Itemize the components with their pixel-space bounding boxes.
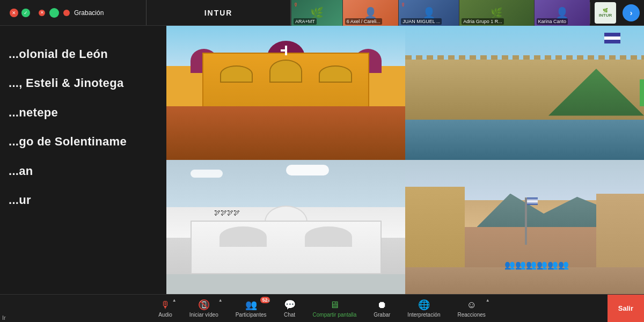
participants-label: Participantes xyxy=(236,312,267,318)
toolbar-chat[interactable]: 💬 Chat xyxy=(275,295,304,323)
interpretation-icon: 🌐 xyxy=(418,299,430,311)
flag-banner xyxy=(527,197,538,205)
mic-muted-ara: 🎙 xyxy=(294,2,298,8)
participant-name-ara: ARA+MT xyxy=(294,18,317,25)
white-facade xyxy=(191,221,382,274)
video-cell-granada xyxy=(166,26,405,160)
close-control[interactable]: ✕ xyxy=(10,9,18,17)
intur-label: INTUR xyxy=(204,9,233,17)
bottom-toolbar: 🎙 Audio ▲ 📵 Iniciar vídeo ▲ 👥 Participan… xyxy=(0,294,644,322)
event-logo-1: 🌿INTUR xyxy=(595,2,616,24)
intur-logo-area: INTUR xyxy=(146,0,291,25)
toolbar-participants[interactable]: 👥 Participantes 52 ▲ xyxy=(227,295,275,323)
photo-street: 👥👥👥👥👥👥 xyxy=(405,160,644,294)
chat-label: Chat xyxy=(284,312,295,318)
menu-item-4: ...go de Solentiname xyxy=(9,135,158,149)
left-panel: ...olonial de León ..., Esteli & Jinoteg… xyxy=(0,26,166,294)
video-cell-fortress xyxy=(405,26,644,160)
toolbar-video[interactable]: 📵 Iniciar vídeo ▲ xyxy=(181,295,227,323)
participant-thumb-axel[interactable]: 👤 6 Axel / Careli... xyxy=(342,0,398,26)
close-icon: ✕ xyxy=(12,10,16,16)
battlements xyxy=(405,55,644,60)
rec-dot xyxy=(63,10,70,16)
menu-item-1: ...olonial de León xyxy=(9,47,158,61)
chevron-right-icon: › xyxy=(630,9,633,17)
video-cell-white-cathedral: 🕊🕊🕊🕊 xyxy=(166,160,405,294)
main-content: ...olonial de León ..., Esteli & Jinoteg… xyxy=(0,26,644,294)
exit-button[interactable]: Salir xyxy=(608,295,644,323)
menu-items: ...olonial de León ..., Esteli & Jinoteg… xyxy=(9,47,158,207)
more-button[interactable]: › xyxy=(623,4,640,21)
people-group: 👥👥👥👥👥👥 xyxy=(453,223,620,270)
cloud-1 xyxy=(191,170,223,178)
participants-icon: 👥 xyxy=(245,299,257,311)
cloud-2 xyxy=(286,165,329,175)
share-screen-icon: 🖥 xyxy=(330,299,339,311)
video-off-icon: 📵 xyxy=(198,299,210,311)
menu-item-3: ...netepe xyxy=(9,106,158,120)
flag-pole xyxy=(525,197,527,245)
reactions-label: Reacciones xyxy=(458,312,486,318)
street-ground xyxy=(405,267,644,294)
participant-thumb-juan[interactable]: 👤 JUAN MIGUEL ... 🎙 xyxy=(398,0,459,26)
church-facade xyxy=(202,53,370,113)
menu-item-2: ..., Esteli & Jinotega xyxy=(9,76,158,90)
reactions-icon: ☺ xyxy=(466,299,476,311)
video-cell-street: 👥👥👥👥👥👥 xyxy=(405,160,644,294)
check-icon: ✓ xyxy=(24,10,28,16)
top-bar: ✕ ✓ ✕ Grabación INTUR 🌿 ARA+MT 🎙 👤 6 Axe… xyxy=(0,0,644,26)
pavement xyxy=(166,274,405,295)
toolbar-record[interactable]: ⏺ Grabar xyxy=(365,295,399,323)
reactions-arrow: ▲ xyxy=(486,298,490,303)
menu-item-6: ...ur xyxy=(9,193,158,207)
ir-text[interactable]: Ir xyxy=(2,314,6,321)
window-controls: ✕ ✓ xyxy=(5,6,34,19)
recording-label: Grabación xyxy=(74,9,104,17)
window-right xyxy=(319,65,352,83)
toolbar-reactions[interactable]: ☺ Reacciones ▲ xyxy=(449,295,494,323)
record-label: Grabar xyxy=(374,312,390,318)
participant-name-axel: 6 Axel / Careli... xyxy=(345,18,382,25)
flag xyxy=(604,33,620,43)
participant-name-juan: JUAN MIGUEL ... xyxy=(401,18,442,25)
arch-left xyxy=(219,226,267,247)
video-label: Iniciar vídeo xyxy=(189,312,218,318)
toolbar-audio[interactable]: 🎙 Audio ▲ xyxy=(150,295,181,323)
toolbar-interpretation[interactable]: 🌐 Interpretación xyxy=(399,295,449,323)
audio-label: Audio xyxy=(158,312,172,318)
window-center xyxy=(269,60,303,83)
participant-thumb-karina[interactable]: 👤 Karina Canto xyxy=(534,0,590,26)
participant-name-adria: Adria Grupo 1 R... xyxy=(462,18,504,25)
participant-thumb-adria[interactable]: 🌿 Adria Grupo 1 R... xyxy=(459,0,533,26)
video-grid: 🕊🕊🕊🕊 👥👥👥👥👥👥 xyxy=(166,26,644,294)
chat-icon: 💬 xyxy=(284,299,296,311)
rooftop-layer xyxy=(166,106,405,160)
status-indicator xyxy=(49,8,59,18)
record-icon: ⏺ xyxy=(377,299,387,311)
window-left xyxy=(220,65,253,83)
audio-muted-icon: 🎙 xyxy=(160,299,170,311)
pigeons: 🕊🕊🕊🕊 xyxy=(214,207,240,217)
share-screen-label: Compartir pantalla xyxy=(313,312,357,318)
mic-muted-juan: 🎙 xyxy=(401,2,406,8)
photo-granada xyxy=(166,26,405,160)
sky-white xyxy=(166,160,405,207)
interpretation-label: Interpretación xyxy=(407,312,440,318)
menu-item-5: ...an xyxy=(9,164,158,178)
minimize-control[interactable]: ✓ xyxy=(21,9,30,17)
top-bar-left: ✕ ✓ ✕ Grabación xyxy=(0,6,146,19)
audio-arrow: ▲ xyxy=(172,298,177,303)
photo-white-cathedral: 🕊🕊🕊🕊 xyxy=(166,160,405,294)
toolbar-share-screen[interactable]: 🖥 Compartir pantalla xyxy=(304,295,365,323)
arch-right xyxy=(305,226,352,247)
green-stripe xyxy=(640,79,644,106)
participant-thumb-ara[interactable]: 🌿 ARA+MT 🎙 xyxy=(291,0,342,26)
photo-fortress xyxy=(405,26,644,160)
participant-name-karina: Karina Canto xyxy=(537,18,568,25)
river xyxy=(405,120,644,160)
recording-indicator: ✕ xyxy=(39,10,45,16)
participants-arrow: ▲ xyxy=(267,298,271,303)
building-right xyxy=(596,194,644,268)
video-arrow: ▲ xyxy=(218,298,223,303)
mic-muted-icon: ✕ xyxy=(40,10,44,15)
